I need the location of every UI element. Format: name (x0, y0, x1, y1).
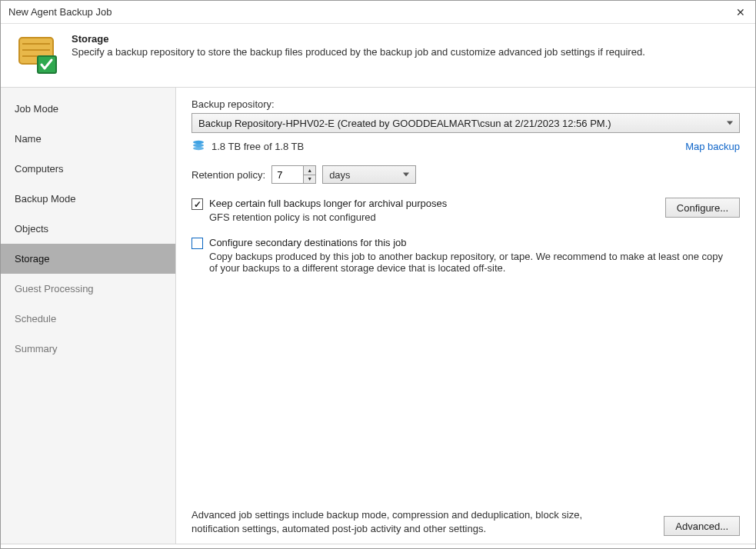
map-backup-link[interactable]: Map backup (685, 141, 740, 152)
disk-stack-icon (191, 139, 205, 153)
secondary-destinations-help: Copy backups produced by this job to ano… (209, 251, 732, 274)
sidebar-item-summary[interactable]: Summary (1, 334, 175, 364)
advanced-help-text: Advanced job settings include backup mod… (191, 508, 591, 536)
sidebar-item-backup-mode[interactable]: Backup Mode (1, 184, 175, 214)
sidebar-item-storage[interactable]: Storage (1, 244, 175, 274)
titlebar: New Agent Backup Job ✕ (1, 1, 755, 24)
wizard-body: Job Mode Name Computers Backup Mode Obje… (1, 87, 755, 544)
wizard-content: Backup repository: Backup Repository-HPH… (176, 88, 755, 544)
advanced-button[interactable]: Advanced... (664, 516, 740, 536)
gfs-status-text: GFS retention policy is not configured (209, 211, 656, 223)
retention-spinner-down[interactable]: ▼ (304, 175, 315, 184)
window-title: New Agent Backup Job (8, 6, 112, 18)
wizard-header: Storage Specify a backup repository to s… (1, 24, 755, 87)
backup-repository-dropdown[interactable]: Backup Repository-HPHV02-E (Created by G… (191, 113, 740, 133)
sidebar-item-schedule[interactable]: Schedule (1, 304, 175, 334)
backup-repository-label: Backup repository: (191, 98, 740, 110)
retention-policy-label: Retention policy: (191, 169, 265, 181)
retention-unit-dropdown[interactable]: days (322, 165, 416, 184)
wizard-footer: < Previous Next > Finish Cancel (1, 544, 755, 549)
retention-unit-value: days (329, 169, 350, 181)
sidebar-item-computers[interactable]: Computers (1, 154, 175, 184)
close-icon: ✕ (736, 6, 745, 18)
header-text: Storage Specify a backup repository to s… (72, 33, 645, 58)
secondary-destinations-label: Configure secondary destinations for thi… (209, 237, 407, 248)
keep-full-label: Keep certain full backups longer for arc… (209, 198, 447, 209)
configure-gfs-button[interactable]: Configure... (665, 198, 740, 218)
svg-point-2 (193, 141, 204, 144)
svg-point-4 (193, 147, 204, 150)
sidebar-item-guest-processing[interactable]: Guest Processing (1, 274, 175, 304)
retention-spinner-up[interactable]: ▲ (304, 166, 315, 175)
keep-full-checkbox[interactable] (191, 198, 203, 210)
svg-point-3 (193, 144, 204, 147)
wizard-sidebar: Job Mode Name Computers Backup Mode Obje… (1, 88, 176, 544)
close-button[interactable]: ✕ (734, 5, 748, 19)
retention-value-input[interactable] (272, 166, 303, 183)
retention-value-spinner[interactable]: ▲ ▼ (271, 165, 316, 184)
header-subtitle: Specify a backup repository to store the… (72, 46, 645, 58)
storage-wizard-icon (16, 33, 59, 76)
secondary-destinations-checkbox[interactable] (191, 238, 203, 249)
backup-repository-value: Backup Repository-HPHV02-E (Created by G… (198, 118, 611, 129)
sidebar-item-objects[interactable]: Objects (1, 214, 175, 244)
header-title: Storage (72, 33, 645, 45)
sidebar-item-name[interactable]: Name (1, 124, 175, 154)
sidebar-item-job-mode[interactable]: Job Mode (1, 94, 175, 124)
free-space-text: 1.8 TB free of 1.8 TB (211, 141, 304, 152)
